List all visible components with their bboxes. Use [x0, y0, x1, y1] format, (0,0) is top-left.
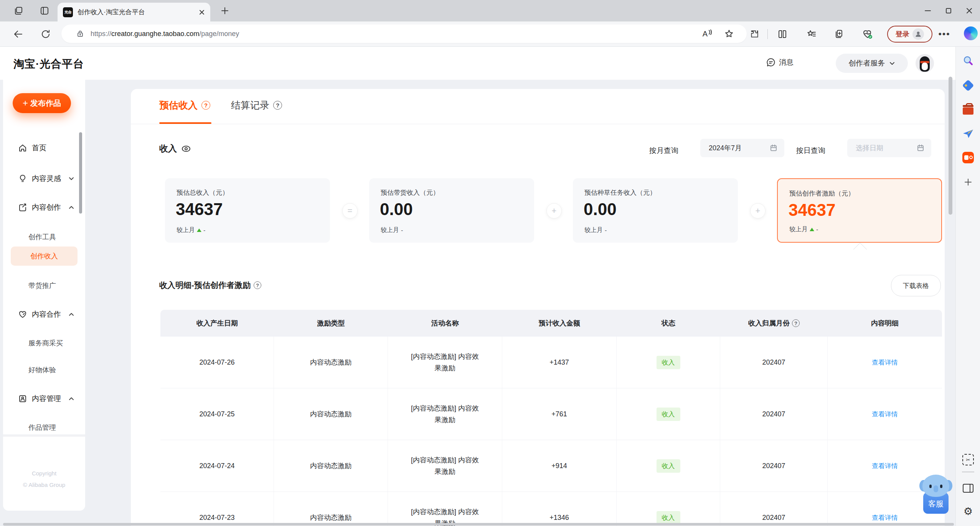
settings-more-icon[interactable]: ••• [938, 28, 951, 41]
settings-gear-icon[interactable]: ⚙ [962, 505, 974, 517]
tab-close-icon[interactable] [199, 9, 205, 15]
workspaces-icon[interactable] [14, 6, 23, 15]
collections-icon[interactable] [833, 28, 846, 41]
screenshot-icon[interactable]: ✂ [962, 454, 974, 465]
site-favicon: 光合 [63, 7, 73, 17]
sidebar-item-content-management[interactable]: 内容管理 [3, 391, 85, 406]
kefu-label: 客服 [928, 499, 944, 509]
split-screen-icon[interactable] [776, 28, 789, 41]
day-picker[interactable]: 选择日期 [847, 139, 931, 157]
login-button[interactable]: 登录 [887, 26, 932, 43]
sidebar-item-creation-income[interactable]: 创作收入 [11, 247, 78, 266]
window-close-button[interactable] [964, 5, 975, 16]
browser-tab[interactable]: 光合 创作收入·淘宝光合平台 [58, 3, 210, 21]
question-icon[interactable]: ? [201, 101, 210, 110]
browser-essentials-icon[interactable] [861, 28, 874, 41]
site-logo[interactable]: 淘宝·光合平台 [13, 57, 84, 71]
sidebar-item-creation-tools[interactable]: 创作工具 [28, 229, 56, 245]
user-avatar[interactable] [916, 54, 934, 72]
creator-services-menu[interactable]: 创作者服务 [836, 54, 908, 73]
sidebar-section-divider [3, 434, 85, 437]
toolbox-icon[interactable] [962, 104, 974, 115]
selected-card-notch [853, 243, 867, 256]
sidebar-panel-icon[interactable] [962, 482, 974, 494]
view-details-link[interactable]: 查看详情 [872, 358, 898, 367]
question-icon[interactable]: ? [254, 281, 261, 289]
browser-toolbar: https://creator.guanghe.taobao.com/page/… [0, 21, 980, 47]
chat-bubble-icon [766, 58, 776, 67]
sidebar-item-service-purchase[interactable]: 服务商采买 [28, 335, 63, 351]
read-aloud-icon[interactable]: A [703, 30, 712, 38]
new-tab-button[interactable] [220, 6, 229, 15]
view-details-link[interactable]: 查看详情 [872, 462, 898, 470]
sidebar-item-content-creation[interactable]: 内容创作 [3, 200, 85, 215]
sidebar-item-home[interactable]: 首页 [3, 140, 85, 156]
extensions-icon[interactable] [748, 28, 761, 41]
sidebar-item-works-management[interactable]: 作品管理 [28, 420, 56, 435]
tab-estimated-income[interactable]: 预估收入 ? [159, 99, 210, 112]
col-month: 收入归属月份? [720, 310, 828, 337]
trend-up-icon [197, 228, 201, 232]
status-badge: 收入 [657, 408, 680, 421]
sidebar-scrollbar[interactable] [79, 132, 82, 214]
messages-button[interactable]: 消息 [766, 58, 794, 67]
status-badge: 收入 [657, 511, 680, 524]
plus-operator: + [750, 203, 766, 219]
shopping-tag-icon[interactable] [962, 80, 974, 91]
address-bar[interactable]: https://creator.guanghe.taobao.com/page/… [61, 25, 747, 43]
copyright-line1: Copyright [3, 470, 85, 477]
card-seeding-task-income[interactable]: 预估种草任务收入（元） 0.00 较上月- [573, 178, 738, 243]
page-horizontal-scrollbar[interactable] [3, 523, 954, 526]
url-text: https://creator.guanghe.taobao.com/page/… [91, 30, 239, 38]
favorites-icon[interactable] [805, 28, 818, 41]
view-details-link[interactable]: 查看详情 [872, 513, 898, 522]
sidebar-item-promotion[interactable]: 带货推广 [28, 278, 56, 293]
eye-icon[interactable] [181, 143, 191, 154]
kuaishou-icon[interactable] [962, 152, 974, 163]
paper-plane-icon[interactable] [962, 128, 974, 140]
chevron-down-icon [68, 176, 74, 182]
chevron-up-icon [68, 396, 74, 402]
app-sidebar: + 发布作品 首页 内容灵感 内容创作 创作工具 创作收入 带货推广 内容合作 … [3, 80, 85, 511]
trend-up-icon [810, 228, 814, 231]
plus-icon: + [23, 98, 28, 108]
view-details-link[interactable]: 查看详情 [872, 410, 898, 419]
edge-sidebar: ✂ ⚙ [955, 47, 980, 526]
col-detail: 内容明细 [828, 310, 942, 337]
tab-actions-icon[interactable] [40, 6, 49, 15]
customer-service-button[interactable]: 客服 [919, 475, 952, 517]
lock-icon[interactable] [76, 30, 84, 38]
sidebar-item-content-inspiration[interactable]: 内容灵感 [3, 171, 85, 186]
home-icon [18, 143, 27, 153]
copilot-icon[interactable] [964, 26, 978, 40]
month-picker[interactable]: 2024年7月 [700, 139, 784, 157]
favorite-star-icon[interactable] [724, 29, 734, 38]
chevron-up-icon [68, 204, 74, 210]
add-app-icon[interactable] [962, 176, 974, 188]
publish-work-button[interactable]: + 发布作品 [13, 93, 71, 113]
search-icon[interactable] [962, 55, 974, 67]
sidebar-item-product-trial[interactable]: 好物体验 [28, 362, 56, 378]
download-table-button[interactable]: 下载表格 [891, 275, 941, 296]
chevron-up-icon [68, 311, 74, 317]
col-activity: 活动名称 [388, 310, 502, 337]
tab-title: 创作收入·淘宝光合平台 [78, 8, 199, 16]
calendar-icon [917, 144, 924, 152]
card-total-income[interactable]: 预估总收入（元） 34637 较上月- [165, 178, 330, 243]
card-sales-income[interactable]: 预估带货收入（元） 0.00 较上月- [369, 178, 534, 243]
sidebar-item-content-cooperation[interactable]: 内容合作 [3, 307, 85, 322]
col-amount: 预计收入金额 [502, 310, 617, 337]
site-header: 淘宝·光合平台 消息 创作者服务 [0, 47, 955, 80]
tab-settlement-records[interactable]: 结算记录 ? [231, 99, 282, 112]
question-icon[interactable]: ? [792, 319, 800, 327]
refresh-button[interactable] [39, 28, 52, 41]
lightbulb-icon [18, 174, 27, 183]
back-button[interactable] [12, 28, 25, 41]
month-query-label: 按月查询 [649, 146, 678, 156]
page-vertical-scrollbar[interactable] [949, 77, 952, 215]
question-icon[interactable]: ? [273, 101, 282, 110]
window-minimize-button[interactable] [922, 5, 933, 16]
window-maximize-button[interactable] [943, 5, 954, 16]
plus-operator: + [546, 203, 562, 219]
card-creator-incentive[interactable]: 预估创作者激励（元） 34637 较上月- [777, 178, 942, 243]
